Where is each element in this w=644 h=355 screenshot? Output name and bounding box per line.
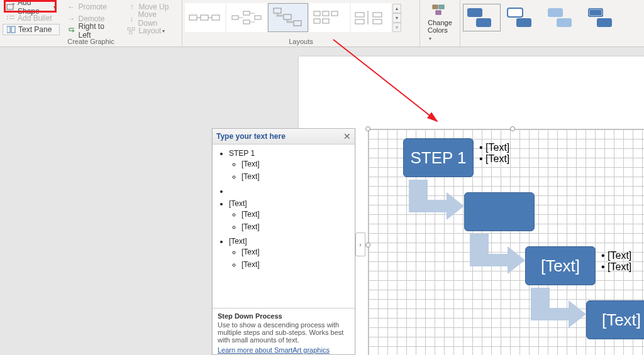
svg-rect-5	[7, 26, 10, 33]
svg-rect-20	[314, 11, 320, 16]
style-option-1-selected[interactable]	[463, 4, 501, 31]
text-pane-subitem[interactable]: [Text]	[242, 246, 351, 258]
smartart-shape-3[interactable]: [Text]	[525, 246, 596, 285]
smartart-shape-1[interactable]: STEP 1	[403, 138, 474, 177]
text-pane-subitem[interactable]: [Text]	[242, 221, 351, 233]
layouts-gallery: ▴ ▾ ▿	[185, 1, 417, 33]
svg-rect-34	[508, 8, 523, 17]
svg-rect-14	[243, 11, 250, 15]
resize-handle[interactable]	[510, 126, 515, 131]
styles-gallery	[463, 1, 641, 31]
text-pane-button[interactable]: Text Pane	[3, 24, 60, 35]
arrow-right-icon: →	[67, 14, 76, 23]
text-pane-body[interactable]: STEP 1[Text][Text][Text][Text][Text][Tex…	[213, 145, 355, 308]
style-option-3[interactable]	[543, 4, 581, 31]
smartart-arrow-2	[470, 234, 526, 278]
svg-rect-29	[433, 5, 438, 9]
right-to-left-button[interactable]: Right to Left	[64, 25, 120, 36]
text-pane-footer: Step Down Process Use to show a descendi…	[213, 308, 355, 355]
svg-rect-33	[476, 18, 491, 27]
svg-rect-16	[255, 16, 261, 19]
svg-rect-28	[373, 19, 382, 24]
change-colors-button[interactable]: Change Colors ▾	[423, 1, 457, 39]
svg-rect-9	[130, 31, 132, 34]
svg-rect-36	[548, 8, 563, 17]
text-pane-expander[interactable]: ›	[355, 232, 365, 256]
svg-rect-7	[128, 28, 130, 30]
svg-rect-11	[201, 15, 208, 20]
smartart-arrow-3	[531, 288, 587, 332]
svg-rect-30	[439, 5, 444, 9]
svg-rect-37	[557, 18, 572, 27]
smartart-canvas[interactable]: STEP 1 [Text] [Text] [Text] [Text] [Text…	[368, 129, 644, 355]
text-pane-icon	[7, 25, 16, 34]
layout-option-2[interactable]	[226, 3, 267, 32]
text-pane-subitem[interactable]: [Text]	[242, 158, 351, 170]
learn-more-link[interactable]: Learn more about SmartArt graphics	[218, 346, 330, 354]
arrow-left-icon: ←	[67, 3, 76, 11]
style-option-2[interactable]	[503, 4, 541, 31]
svg-rect-17	[274, 8, 281, 13]
arrow-up-icon: ↑	[127, 3, 136, 11]
move-down-button[interactable]: ↓Move Down	[123, 13, 179, 25]
chevron-down-icon: ▾	[162, 28, 165, 34]
svg-rect-32	[467, 8, 482, 17]
bullet-list-icon	[6, 14, 15, 23]
text-pane-item[interactable]: [Text][Text][Text]	[229, 197, 351, 235]
layout-option-4[interactable]	[309, 3, 350, 32]
svg-rect-10	[189, 15, 197, 20]
svg-rect-27	[373, 13, 382, 17]
change-colors-icon	[431, 4, 449, 19]
smartart-shape-2[interactable]	[464, 192, 535, 231]
add-shape-button[interactable]: Add Shape ▾	[3, 1, 60, 13]
text-pane: Type your text here ✕ STEP 1[Text][Text]…	[212, 128, 355, 355]
chevron-right-icon: ›	[359, 241, 361, 248]
scroll-down-icon[interactable]: ▾	[392, 13, 401, 23]
smartart-bullets-3[interactable]: [Text] [Text]	[601, 250, 631, 273]
resize-handle[interactable]	[365, 126, 370, 131]
text-pane-title: Type your text here	[216, 132, 286, 141]
svg-rect-0	[7, 4, 13, 9]
resize-handle[interactable]	[365, 243, 370, 248]
layout-option-3-selected[interactable]	[268, 3, 308, 32]
svg-rect-2	[9, 16, 14, 16]
ribbon: Add Shape ▾ Add Bullet Text Pane	[0, 0, 644, 47]
svg-rect-4	[9, 18, 14, 19]
hint-title: Step Down Process	[218, 312, 350, 320]
svg-rect-25	[355, 13, 364, 17]
svg-rect-15	[243, 20, 250, 24]
svg-rect-19	[294, 21, 301, 26]
group-label-layouts: Layouts	[182, 38, 419, 45]
arrow-down-icon: ↓	[127, 14, 135, 23]
hint-body: Use to show a descending process with mu…	[218, 321, 350, 344]
scroll-up-icon[interactable]: ▴	[392, 4, 401, 13]
text-pane-subitem[interactable]: [Text]	[242, 208, 351, 221]
layout-option-1[interactable]	[185, 3, 225, 32]
add-shape-icon	[6, 3, 15, 11]
svg-rect-24	[323, 19, 329, 23]
layout-button[interactable]: Layout▾	[123, 25, 179, 36]
group-label-create-graphic: Create Graphic	[0, 38, 182, 45]
chevron-down-icon: ▾	[53, 4, 56, 10]
close-icon[interactable]: ✕	[343, 131, 351, 141]
smartart-bullets-1[interactable]: [Text] [Text]	[479, 142, 509, 165]
layouts-scroll[interactable]: ▴ ▾ ▿	[392, 4, 401, 32]
text-pane-subitem[interactable]: [Text]	[242, 258, 351, 271]
svg-rect-8	[132, 28, 135, 30]
style-option-4[interactable]	[584, 4, 621, 31]
svg-point-1	[7, 16, 8, 17]
smartart-shape-4[interactable]: [Text]	[586, 300, 644, 339]
layout-option-5[interactable]	[351, 3, 391, 32]
add-bullet-label: Add Bullet	[18, 14, 52, 23]
text-pane-item[interactable]: [Text][Text][Text]	[229, 235, 351, 273]
text-pane-item[interactable]	[229, 185, 351, 197]
scroll-more-icon[interactable]: ▿	[392, 23, 401, 32]
rtl-icon	[67, 26, 76, 35]
svg-rect-13	[232, 16, 238, 19]
promote-button[interactable]: ←Promote	[64, 1, 120, 13]
text-pane-subitem[interactable]: [Text]	[242, 170, 351, 183]
add-bullet-button[interactable]: Add Bullet	[3, 13, 60, 24]
svg-rect-23	[314, 19, 320, 23]
svg-rect-18	[284, 14, 291, 19]
text-pane-item[interactable]: STEP 1[Text][Text]	[229, 147, 351, 185]
